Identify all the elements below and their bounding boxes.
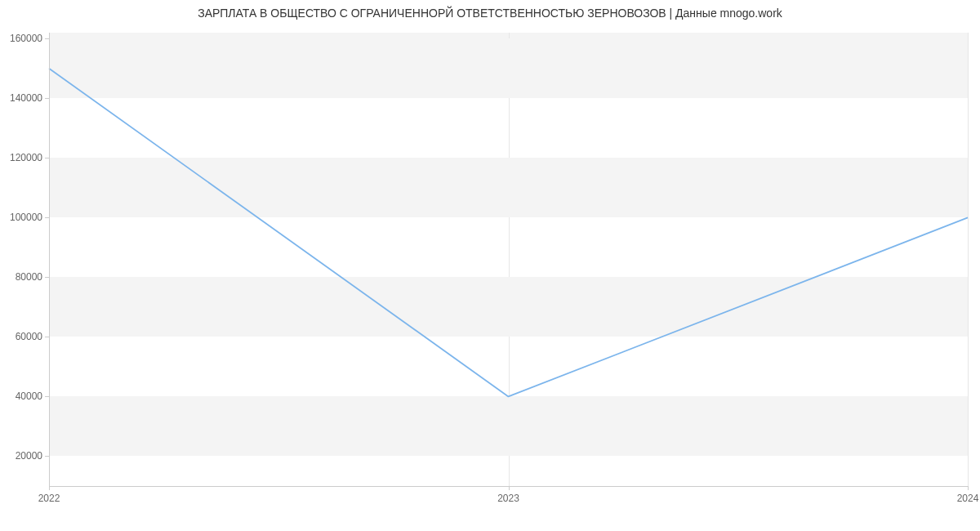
data-line [49, 69, 968, 397]
line-series [49, 33, 968, 486]
y-tick-mark [45, 158, 49, 158]
x-tick-mark [49, 486, 50, 490]
y-tick-label: 100000 [10, 212, 42, 223]
y-axis [49, 33, 50, 486]
x-gridline [968, 33, 969, 486]
y-tick-label: 60000 [16, 331, 42, 342]
x-tick-label: 2022 [38, 493, 60, 504]
x-tick-label: 2024 [957, 493, 979, 504]
y-tick-label: 140000 [10, 92, 42, 104]
y-tick-mark [45, 38, 49, 39]
chart-title: ЗАРПЛАТА В ОБЩЕСТВО С ОГРАНИЧЕННОРЙ ОТВЕ… [0, 7, 980, 20]
y-tick-label: 20000 [16, 450, 42, 462]
y-tick-mark [45, 337, 49, 337]
y-tick-mark [45, 277, 49, 278]
x-tick-mark [968, 486, 969, 490]
y-tick-label: 40000 [16, 390, 42, 402]
y-tick-label: 120000 [10, 152, 42, 163]
y-tick-label: 160000 [10, 33, 42, 44]
y-tick-label: 80000 [16, 271, 42, 283]
plot-area: 2000040000600008000010000012000014000016… [49, 33, 968, 486]
y-tick-mark [45, 98, 49, 99]
x-tick-label: 2023 [497, 493, 519, 504]
y-tick-mark [45, 217, 49, 218]
y-tick-mark [45, 396, 49, 397]
y-tick-mark [45, 456, 49, 457]
x-tick-mark [509, 486, 510, 490]
chart-container: ЗАРПЛАТА В ОБЩЕСТВО С ОГРАНИЧЕННОРЙ ОТВЕ… [0, 0, 980, 531]
